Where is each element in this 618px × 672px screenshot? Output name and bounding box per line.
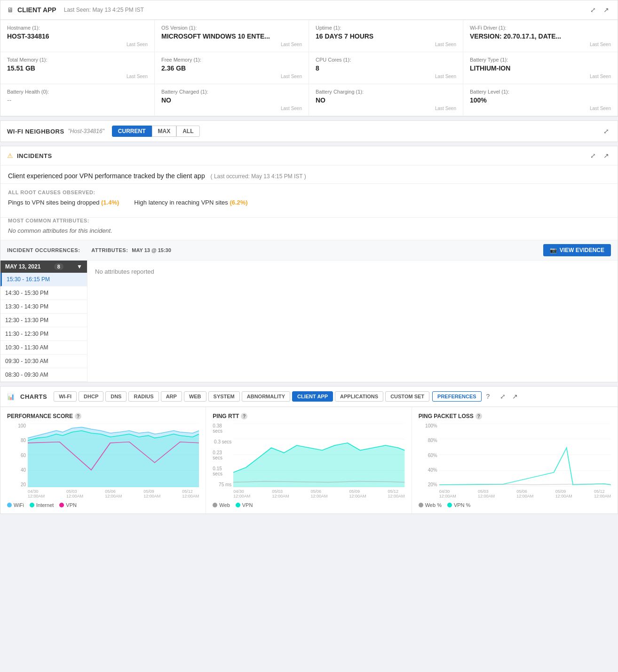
most-common-attrs: MOST COMMON ATTRIBUTES: No common attrib… [0,218,618,240]
external-link-icon[interactable]: ↗ [602,5,611,15]
chart-help-icon[interactable]: ? [475,413,482,419]
yaxis-label: 75 ms [219,482,231,487]
legend-item: Web % [419,502,442,508]
incidents-expand-icon[interactable]: ⤢ [588,151,598,160]
time-slot-item[interactable]: 14:30 - 15:30 PM [0,286,87,300]
chart-area: 1008060402004/3012:00AM05/0312:00AM05/06… [7,423,199,498]
xaxis-label: 05/1212:00AM [388,489,405,498]
preferences-button[interactable]: PREFERENCES [432,391,482,402]
metric-value: NO [161,96,302,104]
dropdown-icon[interactable]: ▼ [77,263,82,270]
metric-footer: Last Seen [161,74,302,79]
xaxis-label: 05/0612:00AM [105,489,122,498]
metric-value: 2.36 GB [161,64,302,72]
metric-label: Wi-Fi Driver (1): [470,25,611,31]
time-slot-item[interactable]: 15:30 - 16:15 PM [0,273,87,286]
expand-icon[interactable]: ⤢ [588,5,598,15]
yaxis-label: 40% [428,467,437,473]
legend-label: WiFi [14,502,24,508]
yaxis-label: 100 [18,423,26,428]
legend-label: VPN [66,502,77,508]
view-evidence-button[interactable]: 📷 VIEW EVIDENCE [543,244,611,256]
chart-card-2: PING PACKET LOSS ?100%80%60%40%20%04/301… [412,407,618,514]
legend-item: Internet [30,502,54,508]
chart-help-icon[interactable]: ? [75,413,81,419]
metric-label: OS Version (1): [161,25,302,31]
help-icon[interactable]: ? [484,392,492,401]
wifi-tab-max[interactable]: MAX [152,126,177,137]
metric-value: 8 [316,64,456,72]
chart-tab-system[interactable]: SYSTEM [208,391,240,402]
chart-tab-dns[interactable]: DNS [105,391,127,402]
time-slot-item[interactable]: 08:30 - 09:30 AM [0,368,87,382]
chart-xaxis: 04/3012:00AM05/0312:00AM05/0612:00AM05/0… [439,488,611,498]
metrics-grid: Hostname (1): HOST-334816 Last Seen OS V… [0,20,618,116]
incident-occurred: ( Last occurred: May 13 4:15 PM IST ) [211,173,306,180]
legend-label: Internet [36,502,54,508]
metric-cell: Battery Level (1): 100% Last Seen [463,84,618,116]
chart-help-icon[interactable]: ? [241,413,247,419]
chart-tab-client-app[interactable]: CLIENT APP [292,391,333,402]
xaxis-label: 05/0312:00AM [66,489,83,498]
chart-tab-arp[interactable]: ARP [161,391,182,402]
chart-tab-wi-fi[interactable]: WI-FI [54,391,77,402]
metric-value: HOST-334816 [7,32,148,40]
wifi-tab-all[interactable]: ALL [176,126,199,137]
metric-cell: Battery Charging (1): NO Last Seen [309,84,463,116]
charts-expand-icon[interactable]: ⤢ [498,392,507,401]
wifi-expand-icon[interactable]: ⤢ [602,126,611,136]
charts-external-icon[interactable]: ↗ [510,392,520,401]
legend-dot [59,503,64,507]
yaxis-label: 0.23 secs [213,450,231,460]
attrs-label: ATTRIBUTES: [91,247,128,253]
metric-label: Hostname (1): [7,25,148,31]
xaxis-label: 05/0612:00AM [310,489,327,498]
chart-tab-web[interactable]: WEB [184,391,206,402]
incidents-external-icon[interactable]: ↗ [602,151,611,160]
chart-yaxis: 10080604020 [7,423,28,487]
metric-footer: Last Seen [161,106,302,111]
time-slot-item[interactable]: 13:30 - 14:30 PM [0,300,87,314]
chart-canvas [439,423,611,487]
view-evidence-label: VIEW EVIDENCE [560,247,604,253]
chart-title-text: PERFORMANCE SCORE [7,413,73,419]
chart-tab-radius[interactable]: RADIUS [128,391,158,402]
time-slot-item[interactable]: 11:30 - 12:30 PM [0,327,87,341]
selected-date: MAY 13, 2021 [5,263,40,270]
time-slot-item[interactable]: 10:30 - 11:30 AM [0,341,87,355]
camera-icon: 📷 [550,247,557,253]
yaxis-label: 40 [21,467,26,473]
wifi-host-label: "Host-334816" [68,128,104,134]
chart-tab-custom-set[interactable]: CUSTOM SET [385,391,429,402]
chart-tab-applications[interactable]: APPLICATIONS [335,391,383,402]
legend-dot [236,503,240,507]
time-list: MAY 13, 2021 8 ▼ 15:30 - 16:15 PM14:30 -… [0,261,87,382]
time-slot-item[interactable]: 12:30 - 13:30 PM [0,314,87,327]
chart-tab-abnormality[interactable]: ABNORMALITY [242,391,290,402]
chart-yaxis: 100%80%60%40%20% [419,423,439,487]
monitor-icon: 🖥 [7,6,14,14]
time-slot-item[interactable]: 09:30 - 10:30 AM [0,355,87,368]
metric-footer: Last Seen [470,106,611,111]
yaxis-label: 0.38 secs [213,423,231,434]
root-cause-0: Pings to VPN sites being dropped (1.4%) [8,199,119,206]
cause-pct: (1.4%) [101,199,119,206]
legend-dot [30,503,34,507]
metric-value: MICROSOFT WINDOWS 10 ENTE... [161,32,302,40]
incidents-section: ⚠ INCIDENTS ⤢ ↗ Client experienced poor … [0,146,618,382]
legend-dot [7,503,12,507]
yaxis-label: 80 [21,438,26,443]
chart-tabs: WI-FIDHCPDNSRADIUSARPWEBSYSTEMABNORMALIT… [54,391,429,402]
incident-desc-text: Client experienced poor VPN performance … [8,172,205,180]
metric-cell: Total Memory (1): 15.51 GB Last Seen [0,52,155,84]
chart-legend: Web %VPN % [419,502,611,508]
chart-tab-dhcp[interactable]: DHCP [79,391,103,402]
metric-footer: Last Seen [7,42,148,47]
root-causes-list: Pings to VPN sites being dropped (1.4%)H… [8,199,610,206]
yaxis-label: 100% [425,423,437,428]
metric-label: Total Memory (1): [7,57,148,63]
wifi-tab-current[interactable]: CURRENT [112,126,152,137]
incidents-title: INCIDENTS [17,152,52,159]
yaxis-label: 80% [428,438,437,443]
chart-card-title: PING RTT ? [213,413,404,419]
